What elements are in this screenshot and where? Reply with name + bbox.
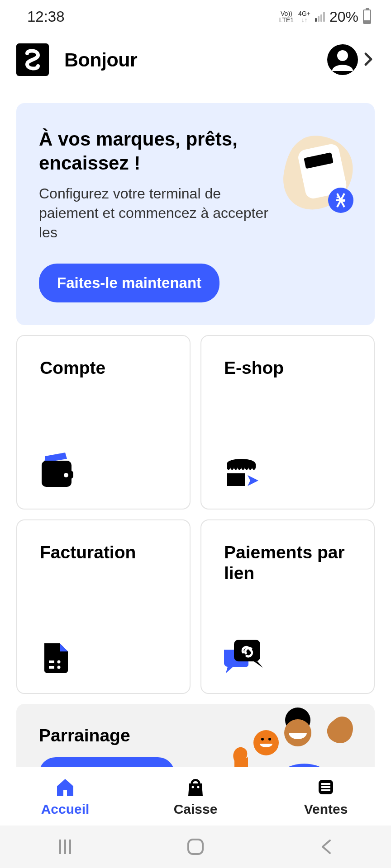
- nav-home[interactable]: Accueil: [0, 767, 130, 826]
- app-logo: [16, 43, 49, 76]
- svg-point-7: [64, 473, 68, 477]
- terminal-hand-icon: [275, 130, 361, 221]
- svg-rect-28: [59, 840, 61, 854]
- list-icon: [315, 776, 337, 798]
- tile-account[interactable]: Compte: [16, 335, 191, 509]
- greeting-text: Bonjour: [64, 49, 137, 71]
- promo-card: À vos marques, prêts, encaissez ! Config…: [16, 103, 375, 325]
- back-button[interactable]: [313, 834, 339, 859]
- svg-rect-31: [188, 840, 203, 854]
- chevron-right-icon: [364, 48, 373, 71]
- svg-point-19: [261, 738, 264, 741]
- status-bar: 12:38 Vo)) LTE1 4G+ ↓↑ 20%: [0, 0, 391, 30]
- tile-eshop[interactable]: E-shop: [200, 335, 375, 509]
- svg-rect-27: [321, 789, 330, 791]
- tile-invoicing-title: Facturation: [40, 542, 167, 563]
- signal-icon: [315, 12, 325, 22]
- invoice-icon: [40, 637, 76, 673]
- svg-point-11: [57, 660, 61, 663]
- battery-percent: 20%: [329, 9, 358, 25]
- tile-payment-links[interactable]: Paiements par lien: [200, 519, 375, 694]
- profile-avatar-icon: [327, 44, 358, 75]
- svg-point-22: [192, 786, 194, 788]
- battery-icon: [363, 9, 371, 24]
- wallet-icon: [40, 453, 76, 489]
- nav-sales-label: Ventes: [304, 802, 348, 817]
- app-header: Bonjour: [0, 30, 391, 84]
- system-nav-bar: [0, 826, 391, 868]
- svg-rect-10: [49, 666, 54, 669]
- link-chat-icon: [224, 637, 260, 673]
- svg-point-20: [268, 738, 271, 741]
- svg-rect-13: [234, 640, 260, 661]
- svg-rect-25: [321, 783, 330, 785]
- status-time: 12:38: [27, 8, 65, 25]
- status-right: Vo)) LTE1 4G+ ↓↑ 20%: [279, 9, 371, 25]
- nav-home-label: Accueil: [41, 802, 90, 817]
- svg-rect-26: [321, 786, 330, 788]
- shop-icon: [224, 453, 260, 489]
- nav-checkout[interactable]: Caisse: [130, 767, 261, 826]
- svg-rect-9: [49, 660, 54, 663]
- svg-point-18: [253, 730, 279, 755]
- svg-rect-8: [227, 473, 245, 486]
- nav-sales[interactable]: Ventes: [261, 767, 391, 826]
- recents-button[interactable]: [52, 834, 78, 859]
- tile-account-title: Compte: [40, 358, 167, 379]
- tile-paylinks-title: Paiements par lien: [224, 542, 351, 585]
- bag-icon: [185, 776, 206, 798]
- promo-cta-button[interactable]: Faites-le maintenant: [39, 264, 219, 302]
- promo-title: À vos marques, prêts, encaissez !: [39, 127, 256, 175]
- nav-checkout-label: Caisse: [174, 802, 218, 817]
- svg-rect-30: [69, 840, 71, 854]
- network-indicator: 4G+ ↓↑: [298, 10, 310, 23]
- svg-point-1: [337, 50, 348, 61]
- tile-invoicing[interactable]: Facturation: [16, 519, 191, 694]
- profile-button[interactable]: [327, 44, 373, 75]
- svg-point-12: [57, 665, 61, 669]
- volte-indicator: Vo)) LTE1: [279, 10, 294, 23]
- home-button[interactable]: [183, 834, 208, 859]
- svg-point-23: [197, 786, 200, 788]
- tile-eshop-title: E-shop: [224, 358, 351, 379]
- home-icon: [54, 776, 76, 798]
- svg-rect-29: [64, 840, 66, 854]
- bottom-nav: Accueil Caisse Ventes: [0, 767, 391, 826]
- promo-subtitle: Configurez votre terminal de paiement et…: [39, 184, 274, 243]
